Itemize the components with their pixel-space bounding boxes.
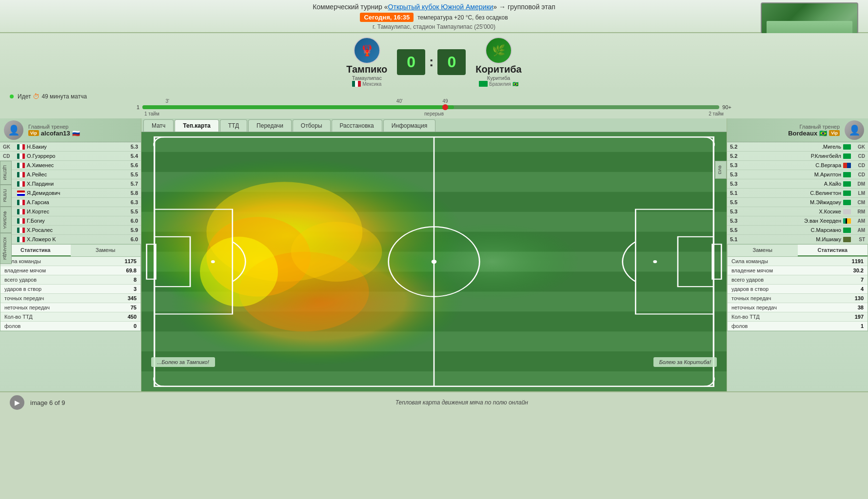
player-pos: LM xyxy=(853,191,865,196)
status-dot xyxy=(10,95,14,98)
player-name: А.Рейес xyxy=(27,172,129,177)
player-flag xyxy=(17,228,25,233)
right-player-row[interactable]: CM М.Эйжидоиу 5.5 xyxy=(727,198,868,207)
left-side-nav: ЦЕПКИ ПЛПЫ ФИЗИКА КОМАНДЫ xyxy=(0,161,12,264)
player-row[interactable]: AM Х.Росалес 5.9 xyxy=(0,226,141,235)
stadium-text: г. Тамаулипас, стадион Тампаулипас (25'0… xyxy=(0,23,868,30)
side-icon-teams[interactable]: КОМАНДЫ xyxy=(0,233,12,264)
right-coach-label: Главный тренер xyxy=(788,124,840,130)
side-icon-cycles[interactable]: ЦЕПКИ xyxy=(0,161,12,185)
right-player-row[interactable]: DM А.Кайо 5.3 xyxy=(727,179,868,189)
stats-value: 8 xyxy=(134,277,137,283)
bottom-caption: Тепловая карта движения мяча по полю онл… xyxy=(65,399,858,406)
stats-label: фолов xyxy=(4,323,20,329)
stats-label: точных передач xyxy=(4,295,44,301)
player-flag xyxy=(17,172,25,177)
player-row[interactable]: RM И.Кортес 5.5 xyxy=(0,207,141,216)
tab-ttd[interactable]: ТТД xyxy=(220,119,247,132)
player-pos: CD xyxy=(853,154,865,159)
right-stats-table: Сила команды 1191 владение мячом 30.2 вс… xyxy=(728,257,868,331)
right-player-row[interactable]: CD М.Арилтон 5.3 xyxy=(727,170,868,179)
player-flag xyxy=(843,200,851,205)
stats-value: 0 xyxy=(134,323,137,329)
fan-banner-home: ...Болею за Тампико! xyxy=(151,357,215,367)
player-row[interactable]: LM Я.Демидович 5.8 xyxy=(0,189,141,198)
left-coach-label: Главный тренер xyxy=(28,124,80,130)
stats-value: 4 xyxy=(861,286,864,292)
player-pos: GK xyxy=(853,144,865,150)
player-row[interactable]: CM А.Гарсиа 6.3 xyxy=(0,198,141,207)
player-rating: 6.3 xyxy=(131,199,138,205)
player-flag xyxy=(17,200,25,205)
player-row[interactable]: CD А.Хименес 5.6 xyxy=(0,161,141,170)
right-stats-tab-subs[interactable]: Замены xyxy=(728,245,798,256)
top-header: Коммерческий турнир «Открытый кубок Южно… xyxy=(0,0,868,33)
svg-point-20 xyxy=(432,260,437,264)
player-name: Н.Бакиу xyxy=(27,144,129,150)
right-player-row[interactable]: GK .Мигель 5.2 xyxy=(727,142,868,152)
player-pos: ST xyxy=(853,237,865,242)
player-rating: 5.5 xyxy=(730,199,737,205)
right-player-row[interactable]: AM Э.ван Хеерден 5.3 xyxy=(727,216,868,226)
side-icon-physics[interactable]: ФИЗИКА xyxy=(0,207,12,233)
player-rating: 5.3 xyxy=(730,162,737,168)
right-coach-avatar: 👤 xyxy=(845,120,864,140)
right-stats-section: Замены Статистика Сила команды 1191 влад… xyxy=(727,244,868,331)
player-pos: CD xyxy=(3,154,15,159)
player-row[interactable]: DM Х.Пардини 5.7 xyxy=(0,179,141,189)
left-vip-badge: Vip xyxy=(28,130,39,136)
player-rating: 5.7 xyxy=(131,181,138,187)
match-info: 🦞 Тампико Тамаулипас Мексика 0 : 0 🌿 Кор… xyxy=(0,33,868,91)
stats-label: владение мячом xyxy=(731,268,773,273)
right-player-row[interactable]: AM С.Марсиано 5.5 xyxy=(727,226,868,235)
stats-value: 3 xyxy=(134,286,137,292)
stats-label: ударов в створ xyxy=(731,286,769,292)
player-pos: AM xyxy=(853,228,865,233)
left-coach-username: alcofan13 xyxy=(41,130,70,137)
tab-match[interactable]: Матч xyxy=(143,119,174,132)
timeline-start: 1 xyxy=(137,104,139,110)
right-stats-tab-stats[interactable]: Статистика xyxy=(798,245,868,256)
player-pos: AM xyxy=(853,218,865,224)
tab-passes[interactable]: Передачи xyxy=(248,119,292,132)
right-player-row[interactable]: CD Р.Клингбейл 5.2 xyxy=(727,152,868,161)
prev-image-button[interactable]: ▶ xyxy=(10,395,24,410)
right-player-row[interactable]: ST М.Ишиаку 5.1 xyxy=(727,235,868,244)
stats-value: 345 xyxy=(128,295,137,301)
stats-value: 69.8 xyxy=(126,268,137,273)
player-rating: 5.5 xyxy=(131,209,138,214)
right-player-row[interactable]: CD С.Вергара 5.3 xyxy=(727,161,868,170)
right-player-row[interactable]: RM Х.Косике 5.3 xyxy=(727,207,868,216)
right-player-row[interactable]: LM С.Велингтон 5.1 xyxy=(727,189,868,198)
player-row[interactable]: ST Х.Ложеро K 6.0 xyxy=(0,235,141,244)
tournament-link[interactable]: Открытый кубок Южной Америки xyxy=(388,3,493,11)
left-coach-avatar: 👤 xyxy=(4,120,23,140)
stats-tab-subs[interactable]: Замены xyxy=(71,245,141,256)
stats-value: 7 xyxy=(861,277,864,283)
tab-info[interactable]: Информация xyxy=(383,119,435,132)
player-name: О.Гуэрреро xyxy=(27,153,129,159)
stats-value: 130 xyxy=(855,295,864,301)
timeline-area: 1 3' 40' 49 90+ 1 тайм перерыв 2 тайм xyxy=(0,102,868,118)
player-pos: CD xyxy=(853,163,865,168)
right-vip-badge: Vip xyxy=(829,130,840,136)
stats-row: всего ударов 7 xyxy=(728,275,868,285)
player-pos: DM xyxy=(853,181,865,187)
player-rating: 5.1 xyxy=(730,190,737,196)
player-row[interactable]: CD А.Рейес 5.5 xyxy=(0,170,141,179)
stats-row: всего ударов 8 xyxy=(0,275,140,285)
player-row[interactable]: GK Н.Бакиу 5.3 xyxy=(0,142,141,152)
side-icon-plpы[interactable]: ПЛПЫ xyxy=(0,185,12,207)
side-icon-right-1[interactable]: ФИЗ xyxy=(715,161,727,179)
player-rating: 5.3 xyxy=(730,172,737,177)
stats-row: ударов в створ 4 xyxy=(728,285,868,294)
break-label: перерыв xyxy=(424,111,444,116)
time-mark-49: 49 xyxy=(442,98,448,104)
player-row[interactable]: AM Г.Богиу 6.0 xyxy=(0,216,141,226)
stats-row: неточных передач 38 xyxy=(728,303,868,312)
player-row[interactable]: CD О.Гуэрреро 5.4 xyxy=(0,152,141,161)
tab-tackles[interactable]: Отборы xyxy=(293,119,331,132)
stats-row: владение мячом 30.2 xyxy=(728,266,868,275)
tab-heatmap[interactable]: Теп.карта xyxy=(175,119,218,132)
tab-formation[interactable]: Расстановка xyxy=(332,119,382,132)
